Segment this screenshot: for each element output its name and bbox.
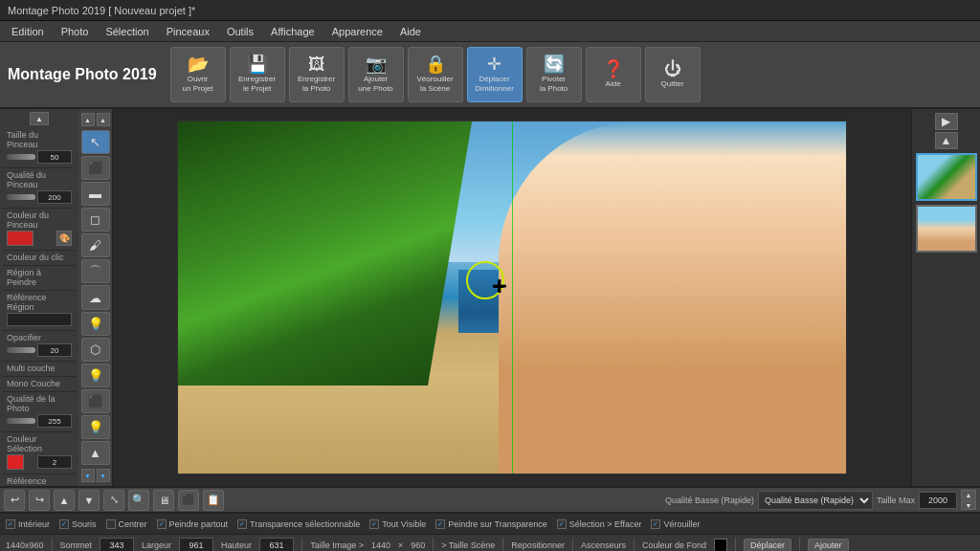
arrow-tool[interactable]: ↖ [81,130,110,154]
square-tool[interactable]: ▬ [81,182,110,206]
menu-affichage[interactable]: Affichage [263,24,323,39]
move-btn[interactable]: Déplacer [744,539,791,552]
status-paint-all: ✓ Peindre partout [157,519,229,529]
mono-layer-label: Mono Couche [7,379,72,388]
photo-quality-value[interactable]: 255 [37,414,72,428]
color-picker-icon[interactable]: 🎨 [56,231,72,246]
brush-size-slider[interactable] [7,154,35,160]
trans-sel-checkbox[interactable]: ✓ [237,519,247,529]
largeur-input[interactable] [179,538,213,552]
thumb-nav-up[interactable]: ▲ [935,132,958,149]
fit-button[interactable]: ⤡ [103,490,124,511]
ref-region-value[interactable] [7,313,72,326]
size-decrement[interactable]: ▼ [961,500,976,510]
brush-color-label: Couleur du Pinceau [7,210,72,230]
add-btn[interactable]: Ajouter [808,539,849,552]
brush-color-swatch[interactable] [7,231,33,246]
select-tool[interactable]: ⬡ [81,338,110,362]
status-mouse: ✓ Souris [59,519,97,529]
strip-scroll-down[interactable]: ▼ [81,469,95,482]
rotate-photo-button[interactable]: 🔄 Pivoterla Photo [526,47,582,102]
sommet-input[interactable] [100,538,134,552]
all-visible-checkbox[interactable]: ✓ [369,519,379,529]
menu-apparence[interactable]: Apparence [324,24,390,39]
multi-layer-label: Multi couche [7,364,72,373]
rotate-photo-icon: 🔄 [544,55,565,73]
center-checkbox[interactable] [106,519,116,529]
multi-layer-section: Multi couche [3,362,76,377]
text-tool[interactable]: ⬛ [81,389,110,413]
redo-button[interactable]: ↪ [29,490,50,511]
lock-scene-button[interactable]: 🔒 Véorouillerla Scène [408,47,463,102]
lock-checkbox[interactable]: ✓ [651,519,660,529]
size-max-label: Taille Max [877,496,915,505]
paint-tool[interactable]: 🖌 [81,233,110,257]
down-button[interactable]: ▼ [78,490,100,511]
strip-scroll-up2[interactable]: ▲ [97,113,110,126]
baguette-ref-label: Référence Baguette [7,476,72,486]
up-button[interactable]: ▲ [54,490,75,511]
line-tool[interactable]: 💡 [81,415,110,439]
eyedrop-tool[interactable]: 💡 [81,312,110,336]
fill-tool[interactable]: ☁ [81,285,110,309]
crosshair: ✛ [484,273,513,301]
selection-color-swatch[interactable] [7,454,24,470]
undo-button[interactable]: ↩ [4,490,25,511]
zoom-in-button[interactable]: 🔍 [128,490,149,511]
open-project-button[interactable]: 📂 Ouvrirun Projet [170,47,226,102]
thumbnail-beach[interactable] [916,153,977,201]
brush-quality-value[interactable]: 200 [37,190,72,204]
quit-button[interactable]: ⏻ Quitter [645,47,701,102]
size-increment[interactable]: ▲ [961,490,976,499]
menu-edition[interactable]: Edition [4,24,52,39]
center-label: Centrer [119,519,147,529]
thumb-nav-right[interactable]: ▶ [935,113,958,130]
paint-all-checkbox[interactable]: ✓ [157,519,167,529]
coords-sommet-label: Sommet [60,540,93,550]
circle-tool[interactable]: ⬛ [81,156,110,180]
strip-scroll-down2[interactable]: ▼ [97,469,110,482]
brush-size-value[interactable]: 50 [37,150,72,164]
click-color-section: Couleur du clic [3,251,76,266]
save-photo-button[interactable]: 🖼 Enregistrerla Photo [289,47,345,102]
quality-select[interactable]: Qualité Basse (Rapide) Qualité Haute [758,491,873,510]
menu-pinceaux[interactable]: Pinceaux [159,24,217,39]
title-bar: Montage Photo 2019 [ Nouveau projet ]* [0,0,980,21]
move-tool[interactable]: 💡 [81,364,110,387]
menu-photo[interactable]: Photo [54,24,97,39]
sel-erase-checkbox[interactable]: ✓ [557,519,567,529]
title-text: Montage Photo 2019 [ Nouveau projet ]* [8,5,195,16]
triangle-tool[interactable]: ▲ [81,441,110,465]
menu-aide[interactable]: Aide [392,24,429,39]
strip-scroll-up[interactable]: ▲ [81,113,95,126]
mouse-checkbox[interactable]: ✓ [59,519,69,529]
canvas-area[interactable]: ✛ [113,109,911,486]
photo-quality-slider[interactable] [7,418,35,424]
thumbnails-panel: ▶ ▲ [911,109,980,486]
thumb-nav: ▶ ▲ [916,113,976,149]
display-button[interactable]: 🖥 [153,490,174,511]
opacity-slider[interactable] [7,347,35,353]
eraser-tool[interactable]: ◻ [81,208,110,231]
save-project-icon: 💾 [247,55,268,73]
lasso-tool[interactable]: ⌒ [81,259,110,283]
save-project-button[interactable]: 💾 Enregistrerle Projet [230,47,285,102]
menu-outils[interactable]: Outils [219,24,261,39]
copy-button[interactable]: 📋 [203,490,224,511]
paint-trans-checkbox[interactable]: ✓ [435,519,445,529]
interior-checkbox[interactable]: ✓ [6,519,15,529]
menu-selection[interactable]: Sélection [98,24,156,39]
move-resize-button[interactable]: ✛ DéplacerDimitionner [467,47,523,102]
panel-scroll-up[interactable]: ▲ [30,112,49,125]
add-photo-button[interactable]: 📷 Ajouterune Photo [348,47,404,102]
selection-color-value[interactable]: 2 [37,455,72,469]
export-button[interactable]: ⬛ [178,490,199,511]
brush-quality-slider[interactable] [7,194,35,200]
thumbnail-person[interactable] [916,205,977,253]
hauteur-input[interactable] [259,538,294,552]
baguette-ref-section: Référence Baguette [3,474,76,486]
help-button[interactable]: ❓ Aide [586,47,641,102]
size-max-input[interactable] [919,492,957,509]
opacity-value[interactable]: 20 [37,343,72,357]
bg-color-swatch[interactable] [714,539,727,552]
